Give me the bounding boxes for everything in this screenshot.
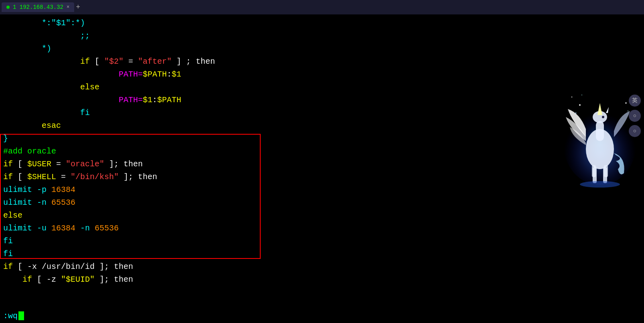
cmd-prompt-text: :wq (3, 311, 18, 321)
code-line: if [ -z "$EUID" ]; then (3, 273, 641, 286)
tab-close-button[interactable]: × (67, 4, 69, 10)
svg-rect-10 (592, 165, 596, 177)
code-line: fi (3, 235, 641, 248)
svg-point-12 (580, 181, 620, 188)
terminal-area: *:"$1":*) ;; *) if [ "$2" = "after" ] ; … (0, 14, 644, 323)
code-line: } (3, 132, 641, 145)
code-line: else (3, 81, 641, 94)
code-line: ;; (3, 30, 641, 42)
code-line: esac (3, 119, 641, 132)
code-line: if [ "$2" = "after" ] ; then (3, 55, 641, 68)
side-icon-lang[interactable]: 英 (629, 95, 641, 107)
unicorn-svg (560, 33, 640, 193)
code-line: ulimit -u 16384 -n 65536 (3, 222, 641, 235)
code-line: fi (3, 107, 641, 119)
code-content: *:"$1":*) ;; *) if [ "$2" = "after" ] ; … (3, 17, 641, 286)
code-line: *) (3, 42, 641, 55)
svg-rect-11 (604, 165, 608, 177)
terminal-tab[interactable]: 1 192.168.43.32 × (2, 2, 74, 12)
svg-point-15 (625, 102, 627, 104)
code-line: if [ $USER = "oracle" ]; then (3, 158, 641, 171)
code-line: if [ $SHELL = "/bin/ksh" ]; then (3, 171, 641, 184)
svg-point-13 (579, 104, 581, 106)
new-tab-button[interactable]: + (76, 3, 80, 11)
side-icons-panel: 英 ○ ○ (629, 95, 641, 137)
code-line: if [ -x /usr/bin/id ]; then (3, 260, 641, 273)
tab-label: 1 192.168.43.32 (13, 4, 63, 10)
svg-point-18 (581, 95, 582, 95)
code-line: else (3, 209, 641, 222)
command-line: :wq (0, 309, 644, 323)
code-line: #add oracle (3, 145, 641, 158)
code-line: ulimit -p 16384 (3, 184, 641, 196)
code-line: *:"$1":*) (3, 17, 641, 30)
code-line: PATH=$PATH:$1 (3, 68, 641, 81)
cmd-cursor (18, 311, 24, 320)
side-icon-1[interactable]: ○ (629, 110, 641, 122)
svg-rect-3 (596, 121, 604, 141)
svg-point-16 (628, 111, 628, 111)
svg-point-14 (575, 113, 577, 114)
side-icon-2[interactable]: ○ (629, 125, 641, 137)
code-line: ulimit -n 65536 (3, 196, 641, 209)
svg-point-17 (571, 97, 573, 98)
tab-bar: 1 192.168.43.32 × + (0, 0, 644, 14)
code-line: PATH=$1:$PATH (3, 94, 641, 107)
code-line: fi (3, 248, 641, 260)
svg-point-7 (602, 116, 604, 118)
tab-status-dot (6, 6, 10, 9)
